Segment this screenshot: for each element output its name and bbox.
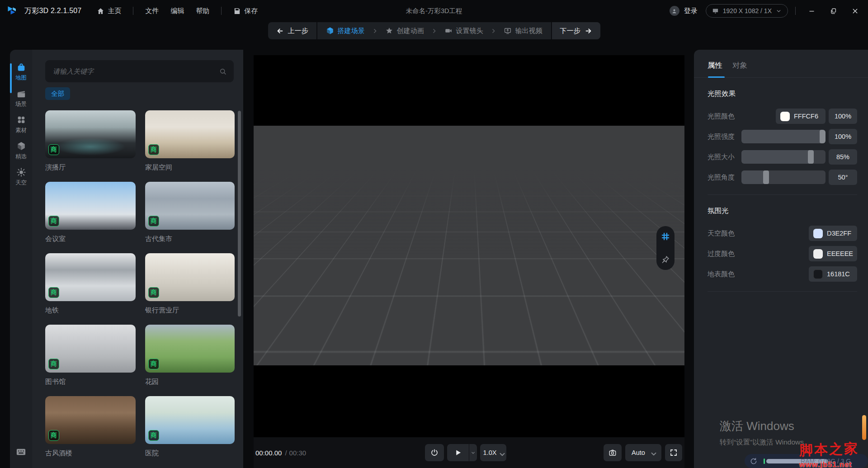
restart-button[interactable] [425, 444, 444, 461]
slider-handle[interactable] [808, 150, 814, 164]
refresh-icon[interactable] [750, 457, 758, 465]
user-icon [671, 8, 678, 14]
screenshot-button[interactable] [604, 444, 622, 461]
color-hex: 16181C [827, 270, 850, 278]
viewport-3d-ground[interactable] [254, 126, 684, 365]
value-box[interactable]: 100% [829, 109, 857, 124]
avatar[interactable] [670, 6, 679, 16]
tab-properties[interactable]: 属性 [708, 61, 722, 71]
value-box[interactable]: 85% [829, 149, 857, 165]
slider-fill [741, 170, 765, 184]
scene-card[interactable]: 商家居空间 [145, 110, 235, 171]
scene-card[interactable]: 商银行营业厅 [145, 253, 235, 314]
star-icon [385, 27, 393, 35]
value-box[interactable]: 100% [829, 129, 857, 144]
maximize-icon [830, 7, 837, 15]
color-chip[interactable]: FFFCF6 [776, 109, 826, 124]
cube-icon [326, 27, 334, 35]
property-row: 光照角度50° [708, 170, 857, 185]
scene-card[interactable]: 商图书馆 [45, 325, 136, 386]
save-button[interactable]: 保存 [231, 5, 260, 17]
save-label: 保存 [244, 7, 258, 15]
step-label: 输出视频 [515, 27, 542, 35]
slider-track[interactable] [741, 170, 826, 184]
slider-handle[interactable] [763, 170, 769, 184]
menu-file[interactable]: 文件 [142, 5, 161, 17]
menu-edit[interactable]: 编辑 [168, 5, 187, 17]
scene-card[interactable]: 商古风酒楼 [45, 396, 136, 457]
sidebar-item-scene[interactable]: 场景 [10, 89, 32, 108]
color-chip[interactable]: D3E2FF [809, 226, 857, 241]
tab-objects[interactable]: 对象 [732, 61, 747, 71]
step-build-scene[interactable]: 搭建场景 [322, 27, 369, 35]
slider-track[interactable] [741, 130, 826, 143]
close-button[interactable] [846, 4, 863, 18]
clapper-icon [16, 89, 26, 99]
scrollbar-thumb[interactable] [238, 111, 241, 317]
scene-card[interactable]: 商演播厅 [45, 110, 136, 171]
play-options-button[interactable] [469, 444, 477, 461]
title-bar-left: 万彩3D 2.2.1.507 主页 文件 编辑 帮助 保存 [0, 5, 260, 17]
time-separator: / [285, 449, 287, 457]
play-button[interactable] [447, 444, 469, 461]
camera-icon [609, 449, 617, 457]
property-row: 光照颜色FFFCF6100% [708, 109, 857, 124]
sidebar-item-featured[interactable]: 精选 [10, 141, 32, 161]
color-swatch [813, 269, 823, 279]
resolution-selector[interactable]: 1920 X 1082 / 1X [706, 4, 788, 18]
color-chip[interactable]: 16181C [809, 266, 857, 282]
quality-selector[interactable]: Auto [625, 444, 661, 461]
step-create-anim[interactable]: 创建动画 [381, 27, 428, 35]
next-step-button[interactable]: 下一步 [552, 22, 600, 39]
color-chip[interactable]: EEEEEE [809, 246, 857, 261]
export-icon [504, 27, 512, 35]
save-icon [233, 7, 241, 15]
scene-name: 花园 [145, 378, 235, 386]
viewport-settings: Auto [604, 444, 682, 461]
filter-all-chip[interactable]: 全部 [45, 87, 70, 100]
step-set-camera[interactable]: 设置镜头 [440, 27, 487, 35]
sidebar-item-material[interactable]: 素材 [10, 115, 32, 134]
minimize-icon [808, 7, 816, 15]
speed-selector[interactable]: 1.0X [480, 444, 506, 461]
edge-scrollbar-thumb[interactable] [862, 415, 866, 440]
scene-card[interactable]: 商医院 [145, 396, 235, 457]
keyboard-shortcuts-button[interactable] [16, 447, 26, 456]
commercial-badge: 商 [48, 430, 59, 441]
title-bar: 万彩3D 2.2.1.507 主页 文件 编辑 帮助 保存 未命名-万彩3D工程… [0, 0, 868, 22]
pin-button[interactable] [661, 255, 670, 264]
chevron-down-icon [650, 450, 655, 455]
property-label: 光照角度 [708, 173, 735, 182]
search-input[interactable] [45, 67, 219, 75]
fullscreen-button[interactable] [665, 444, 682, 461]
scene-card[interactable]: 商古代集市 [145, 182, 235, 243]
slider-track[interactable] [741, 150, 826, 164]
login-button[interactable]: 登录 [684, 7, 698, 15]
slider-handle[interactable] [820, 130, 826, 143]
divider [221, 7, 222, 15]
left-dock: 地图场景素材精选天空 [10, 50, 32, 468]
previous-step-button[interactable]: 上一步 [268, 22, 316, 39]
step-export-video[interactable]: 输出视频 [500, 27, 547, 35]
divider [133, 7, 133, 15]
home-button[interactable]: 主页 [94, 5, 124, 17]
lighting-rows: 光照颜色FFFCF6100%光照强度100%光照大小85%光照角度50° [708, 109, 857, 185]
scene-card[interactable]: 商花园 [145, 325, 235, 386]
step-label: 搭建场景 [338, 27, 365, 35]
menu-help[interactable]: 帮助 [193, 5, 212, 17]
scene-name: 银行营业厅 [145, 306, 235, 314]
sidebar-item-sky[interactable]: 天空 [10, 167, 32, 187]
property-label: 过度颜色 [708, 250, 735, 258]
sidebar-item-map[interactable]: 地图 [10, 62, 32, 82]
search-icon[interactable] [219, 67, 227, 76]
maximize-button[interactable] [825, 4, 842, 18]
ram-bar-tick [764, 459, 765, 464]
commercial-badge: 商 [148, 144, 159, 155]
scene-card[interactable]: 商地铁 [45, 253, 136, 314]
value-box[interactable]: 50° [829, 170, 857, 185]
scene-card[interactable]: 商会议室 [45, 182, 136, 243]
minimize-button[interactable] [803, 4, 820, 18]
viewport-canvas[interactable] [254, 55, 684, 437]
toggle-grid-button[interactable] [661, 232, 670, 241]
time-current: 00:00.00 [255, 449, 282, 457]
